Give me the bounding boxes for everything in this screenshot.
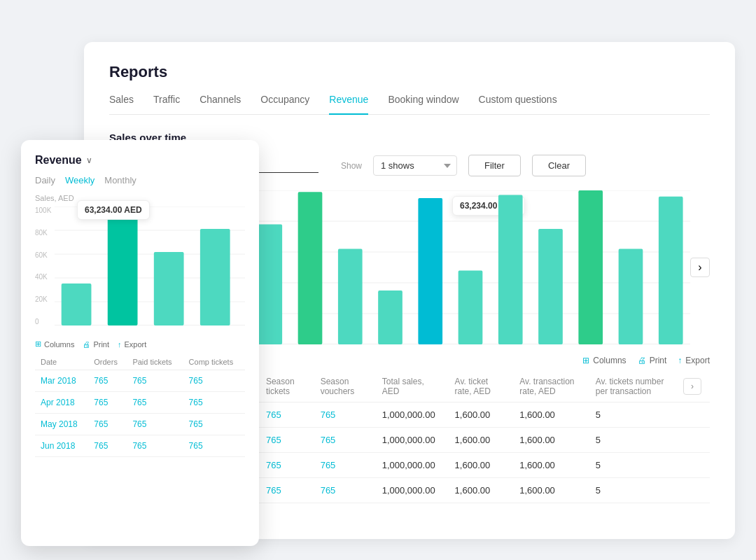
mini-y-60k: 60K <box>35 251 51 259</box>
overlay-date-1[interactable]: Mar 2018 <box>35 370 88 392</box>
overlay-print-button[interactable]: 🖨 Print <box>83 340 109 349</box>
overlay-mini-chart: 100K 80K 60K 40K 20K 0 Mar 2019 A <box>35 206 245 340</box>
columns-icon: ⊞ <box>582 356 589 365</box>
overlay-export-button[interactable]: ↑ Export <box>118 340 146 349</box>
export-button[interactable]: ↑ Export <box>678 356 710 365</box>
tab-sales[interactable]: Sales <box>109 94 134 115</box>
col-av-ticket: Av. ticket rate, AED <box>447 371 512 402</box>
overlay-columns-icon: ⊞ <box>35 340 41 349</box>
col-av-num: Av. tickets number per transaction <box>587 371 675 402</box>
overlay-paid-3[interactable]: 765 <box>127 414 183 435</box>
chevron-down-icon[interactable]: ∨ <box>86 155 92 165</box>
overlay-title: Revenue <box>35 154 82 167</box>
print-button[interactable]: 🖨 Print <box>638 356 667 365</box>
col-total-sales: Total sales, AED <box>374 371 447 402</box>
overlay-card: Revenue ∨ Daily Weekly Monthly Sales, AE… <box>21 140 259 546</box>
mini-y-0: 0 <box>35 318 51 326</box>
overlay-comp-2[interactable]: 765 <box>183 392 245 414</box>
overlay-tooltip: 63,234.00 AED <box>77 200 150 220</box>
overlay-orders-1[interactable]: 765 <box>88 370 127 392</box>
col-av-trans: Av. transaction rate, AED <box>511 371 587 402</box>
overlay-paid-1[interactable]: 765 <box>127 370 183 392</box>
mini-y-20k: 20K <box>35 295 51 303</box>
tab-daily[interactable]: Daily <box>35 175 55 186</box>
overlay-table-row: May 2018 765 765 765 <box>35 414 245 435</box>
tab-revenue[interactable]: Revenue <box>329 94 368 115</box>
page-title: Reports <box>109 63 710 81</box>
overlay-comp-4[interactable]: 765 <box>183 435 245 457</box>
overlay-orders-3[interactable]: 765 <box>88 414 127 435</box>
tab-traffic[interactable]: Traffic <box>153 94 180 115</box>
mini-y-100k: 100K <box>35 206 51 214</box>
svg-rect-15 <box>498 195 523 344</box>
svg-rect-9 <box>258 224 282 344</box>
svg-rect-42 <box>154 252 184 326</box>
overlay-print-icon: 🖨 <box>83 340 90 349</box>
overlay-paid-2[interactable]: 765 <box>127 392 183 414</box>
overlay-orders-4[interactable]: 765 <box>88 435 127 457</box>
svg-rect-14 <box>458 270 483 344</box>
overlay-table-row: Mar 2018 765 765 765 <box>35 370 245 392</box>
clear-button[interactable]: Clear <box>532 155 586 176</box>
overlay-paid-4[interactable]: 765 <box>127 435 183 457</box>
svg-rect-16 <box>538 229 563 344</box>
svg-rect-11 <box>338 249 363 344</box>
overlay-col-orders: Orders <box>88 354 127 370</box>
svg-rect-13 <box>418 198 442 344</box>
show-label: Show <box>341 161 362 171</box>
overlay-col-date: Date <box>35 354 88 370</box>
overlay-comp-1[interactable]: 765 <box>183 370 245 392</box>
tab-channels[interactable]: Channels <box>200 94 241 115</box>
overlay-col-paid: Paid tickets <box>127 354 183 370</box>
show-select[interactable]: 1 shows All shows <box>373 155 457 176</box>
overlay-date-2[interactable]: Apr 2018 <box>35 392 88 414</box>
svg-rect-19 <box>659 197 683 344</box>
print-icon: 🖨 <box>638 356 646 365</box>
mini-y-80k: 80K <box>35 229 51 237</box>
svg-rect-17 <box>578 190 603 344</box>
col-season-tickets: Season tickets <box>258 371 312 402</box>
svg-rect-43 <box>200 229 230 326</box>
tab-booking-window[interactable]: Booking window <box>388 94 458 115</box>
svg-rect-41 <box>108 210 138 326</box>
col-season-vouchers: Season vouchers <box>312 371 374 402</box>
filter-button[interactable]: Filter <box>468 155 521 176</box>
svg-rect-40 <box>62 284 92 326</box>
overlay-orders-2[interactable]: 765 <box>88 392 127 414</box>
tab-custom-questions[interactable]: Custom questions <box>479 94 557 115</box>
tab-monthly[interactable]: Monthly <box>104 175 136 186</box>
svg-rect-10 <box>298 192 323 344</box>
overlay-export-icon: ↑ <box>118 340 122 349</box>
overlay-columns-button[interactable]: ⊞ Columns <box>35 340 74 349</box>
overlay-comp-3[interactable]: 765 <box>183 414 245 435</box>
time-tabs: Daily Weekly Monthly <box>35 175 245 186</box>
overlay-table-row: Jun 2018 765 765 765 <box>35 435 245 457</box>
columns-button[interactable]: ⊞ Columns <box>582 356 626 365</box>
overlay-col-comp: Comp tickets <box>183 354 245 370</box>
overlay-toolbar: ⊞ Columns 🖨 Print ↑ Export <box>35 340 245 349</box>
tabs-bar: Sales Traffic Channels Occupancy Revenue… <box>109 94 710 115</box>
overlay-table-row: Apr 2018 765 765 765 <box>35 392 245 414</box>
overlay-date-3[interactable]: May 2018 <box>35 414 88 435</box>
mini-y-40k: 40K <box>35 273 51 281</box>
chart-next-button[interactable]: › <box>690 258 710 277</box>
svg-rect-18 <box>619 249 643 344</box>
overlay-date-4[interactable]: Jun 2018 <box>35 435 88 457</box>
svg-rect-12 <box>378 290 402 344</box>
revenue-header: Revenue ∨ <box>35 154 245 167</box>
col-next[interactable]: › <box>675 371 710 402</box>
overlay-table: Date Orders Paid tickets Comp tickets Ma… <box>35 354 245 457</box>
overlay-chart-svg: Mar 2019 Apr 2019 May 2019 J… <box>55 206 245 326</box>
tab-occupancy[interactable]: Occupancy <box>260 94 309 115</box>
tab-weekly[interactable]: Weekly <box>65 175 94 186</box>
export-icon: ↑ <box>678 356 682 365</box>
